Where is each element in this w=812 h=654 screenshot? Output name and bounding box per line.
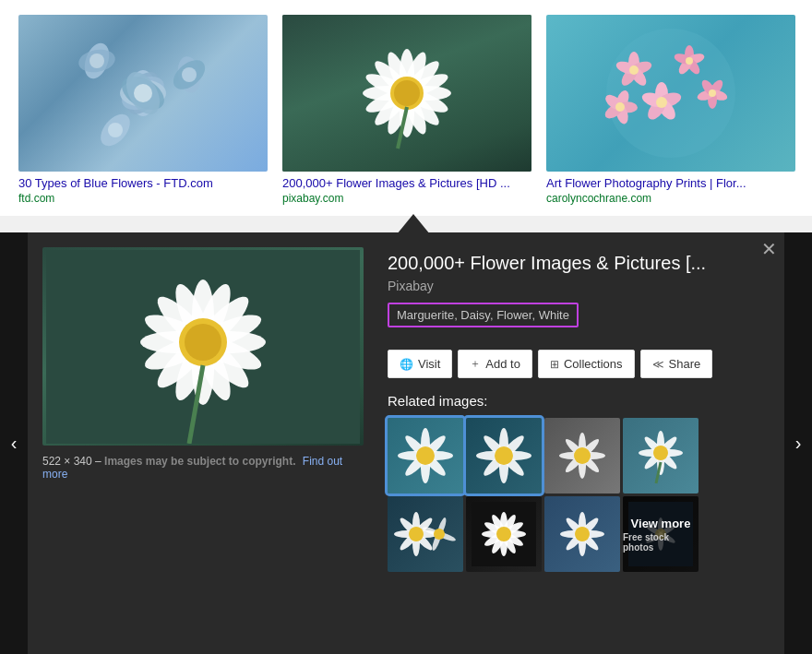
related-thumb-7[interactable] <box>544 496 620 572</box>
related-label: Related images: <box>388 393 770 409</box>
svg-point-12 <box>182 67 197 82</box>
svg-point-103 <box>495 446 513 465</box>
svg-point-83 <box>185 324 221 361</box>
image-title: 200,000+ Flower Images & Pictures [... <box>388 251 742 275</box>
svg-point-131 <box>409 527 424 541</box>
svg-point-14 <box>108 123 123 137</box>
related-thumb-6[interactable] <box>466 496 542 572</box>
image-info: 522 × 340 – Images may be subject to cop… <box>42 455 364 481</box>
image-source: Pixabay <box>388 279 770 293</box>
svg-point-136 <box>434 529 445 540</box>
result-title-2: 200,000+ Flower Images & Pictures [HD ..… <box>282 176 531 190</box>
prev-arrow[interactable]: ‹ <box>0 232 28 654</box>
result-card-1[interactable]: 30 Types of Blue Flowers - FTD.com ftd.c… <box>18 15 268 205</box>
result-domain-1: ftd.com <box>18 192 268 205</box>
related-thumb-4[interactable] <box>623 418 699 493</box>
result-thumb-1 <box>18 15 268 172</box>
svg-point-40 <box>629 65 639 75</box>
svg-point-64 <box>615 102 625 112</box>
detail-panel: ‹ <box>0 232 812 654</box>
related-thumb-1[interactable] <box>388 418 463 493</box>
add-icon: ＋ <box>470 356 481 372</box>
next-arrow[interactable]: › <box>784 232 812 654</box>
main-preview: 522 × 340 – Images may be subject to cop… <box>28 232 378 654</box>
svg-point-159 <box>575 527 590 541</box>
close-button[interactable]: ✕ <box>761 240 777 258</box>
add-to-button[interactable]: ＋ Add to <box>458 350 532 378</box>
visit-button[interactable]: 🌐 Visit <box>388 350 452 378</box>
svg-point-46 <box>686 57 693 65</box>
result-domain-3: carolyncochrane.com <box>546 192 795 205</box>
svg-point-9 <box>90 54 104 68</box>
share-icon: ≪ <box>652 358 664 371</box>
svg-point-112 <box>574 447 591 464</box>
result-thumb-2 <box>282 15 531 172</box>
result-title-1: 30 Types of Blue Flowers - FTD.com <box>18 176 268 190</box>
action-buttons: 🌐 Visit ＋ Add to ⊞ Collections ≪ Share <box>388 350 770 378</box>
result-title-3: Art Flower Photography Prints | Flor... <box>546 176 795 190</box>
view-more-overlay[interactable]: View more Free stock photos <box>623 496 699 572</box>
result-card-2[interactable]: 200,000+ Flower Images & Pictures [HD ..… <box>282 15 531 205</box>
result-domain-2: pixabay.com <box>282 192 531 205</box>
svg-point-94 <box>416 446 435 465</box>
related-images-grid: View more Free stock photos <box>388 418 770 572</box>
related-thumb-2[interactable] <box>466 418 542 493</box>
svg-point-121 <box>653 446 668 460</box>
collections-button[interactable]: ⊞ Collections <box>538 350 635 378</box>
main-image <box>42 247 364 446</box>
share-button[interactable]: ≪ Share <box>640 350 713 378</box>
svg-point-32 <box>394 80 420 106</box>
related-thumb-viewmore[interactable]: View more Free stock photos <box>623 496 699 572</box>
visit-icon: 🌐 <box>400 358 413 371</box>
svg-point-58 <box>709 89 716 97</box>
collections-icon: ⊞ <box>550 358 559 371</box>
search-results-row: 30 Types of Blue Flowers - FTD.com ftd.c… <box>0 0 812 216</box>
svg-point-150 <box>496 527 511 541</box>
svg-point-52 <box>656 97 667 108</box>
info-panel: ✕ 200,000+ Flower Images & Pictures [...… <box>378 232 784 654</box>
result-card-3[interactable]: Art Flower Photography Prints | Flor... … <box>546 15 795 205</box>
related-thumb-5[interactable] <box>388 496 463 572</box>
alt-text-box: Marguerite, Daisy, Flower, White <box>388 303 579 327</box>
detail-pointer <box>397 214 430 234</box>
related-thumb-3[interactable] <box>544 418 620 493</box>
result-thumb-3 <box>546 15 795 172</box>
svg-point-6 <box>134 84 152 102</box>
alt-text-section: Alt text Marguerite, Daisy, Flower, Whit… <box>388 303 770 339</box>
